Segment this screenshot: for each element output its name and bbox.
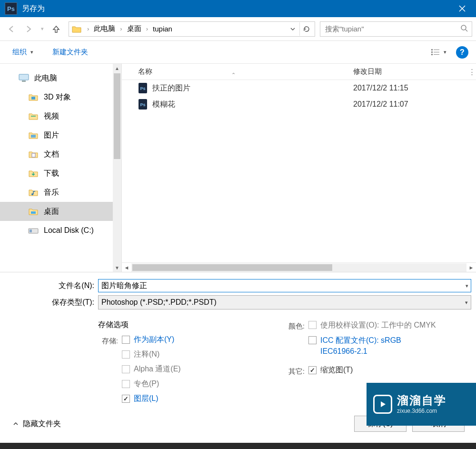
- chevron-right-icon: ›: [143, 25, 151, 32]
- sidebar-item-video[interactable]: 视频: [0, 107, 121, 126]
- help-button[interactable]: ?: [456, 46, 468, 59]
- chevron-down-icon: ▾: [465, 299, 468, 306]
- file-name: 扶正的图片: [152, 83, 350, 93]
- sidebar-item-desktop[interactable]: 桌面: [0, 202, 121, 221]
- checkbox-label: 专色(P): [134, 379, 159, 389]
- checkbox-as-copy[interactable]: 作为副本(Y): [122, 335, 181, 345]
- window-title: 另存为: [22, 4, 450, 14]
- filename-input[interactable]: [98, 279, 471, 292]
- folder-icon: [28, 150, 39, 159]
- sidebar-item-label: 此电脑: [34, 73, 57, 83]
- search-input[interactable]: [324, 24, 460, 33]
- svg-rect-7: [19, 74, 29, 80]
- svg-rect-5: [431, 54, 433, 55]
- scroll-thumb[interactable]: [114, 73, 120, 159]
- svg-point-0: [461, 25, 466, 30]
- filename-history-dropdown[interactable]: ▾: [466, 283, 468, 289]
- sidebar-item-documents[interactable]: 文档: [0, 145, 121, 164]
- path-dropdown[interactable]: [286, 22, 299, 36]
- checkbox-layers[interactable]: 图层(L): [122, 394, 181, 404]
- search-box[interactable]: [320, 21, 472, 37]
- folder-icon: [28, 188, 39, 197]
- forward-button[interactable]: [21, 21, 36, 37]
- filetype-label: 保存类型(T):: [5, 298, 98, 308]
- checkbox-label: 作为副本(Y): [134, 335, 174, 345]
- sidebar-item-pictures[interactable]: 图片: [0, 126, 121, 145]
- column-modified[interactable]: 修改日期: [350, 67, 476, 76]
- chevron-up-icon: [12, 420, 19, 427]
- chevron-right-icon: ›: [84, 25, 92, 32]
- search-icon: [460, 24, 468, 33]
- sidebar-item-label: 图片: [44, 130, 59, 140]
- new-folder-button[interactable]: 新建文件夹: [52, 48, 88, 57]
- breadcrumb[interactable]: › 此电脑 › 桌面 › tupian: [69, 21, 315, 37]
- back-button[interactable]: [4, 21, 19, 37]
- watermark-title: 溜溜自学: [397, 394, 446, 408]
- disk-icon: [28, 226, 39, 235]
- checkbox-label: 使用校样设置(O): 工作中的 CMYK: [320, 320, 436, 330]
- columns-overflow-icon[interactable]: ⋮: [467, 64, 476, 80]
- sidebar-item-label: 音乐: [44, 188, 59, 198]
- file-row[interactable]: Ps 模糊花 2017/12/2 11:07: [122, 96, 476, 112]
- sidebar-item-pc[interactable]: 此电脑: [0, 69, 121, 88]
- checkbox-notes: 注释(N): [122, 349, 181, 359]
- recent-dropdown[interactable]: ▾: [38, 21, 47, 37]
- sidebar-item-music[interactable]: 音乐: [0, 183, 121, 202]
- view-options-button[interactable]: ▾: [431, 49, 446, 56]
- svg-rect-14: [31, 211, 36, 214]
- svg-rect-11: [31, 135, 36, 138]
- horizontal-scrollbar[interactable]: ◄ ►: [122, 262, 476, 272]
- scroll-left-icon[interactable]: ◄: [122, 263, 131, 272]
- checkbox-alpha: Alpha 通道(E): [122, 364, 181, 374]
- checkbox-label: 缩览图(T): [320, 365, 353, 375]
- sidebar-item-downloads[interactable]: 下载: [0, 164, 121, 183]
- psd-file-icon: Ps: [136, 83, 149, 93]
- titlebar: Ps 另存为: [0, 0, 476, 17]
- filetype-select[interactable]: Photoshop (*.PSD;*.PDD;*.PSDT) ▾: [98, 295, 471, 309]
- organize-label: 组织: [12, 48, 27, 57]
- filetype-value: Photoshop (*.PSD;*.PDD;*.PSDT): [101, 298, 217, 307]
- scroll-up-icon[interactable]: ▲: [113, 64, 121, 72]
- folder-icon: [28, 169, 39, 178]
- file-list-header[interactable]: 名称 ⌃ 修改日期 ⋮: [122, 64, 476, 80]
- breadcrumb-item[interactable]: 此电脑: [92, 23, 117, 34]
- checkbox-label: Alpha 通道(E): [134, 364, 181, 374]
- hide-folders-toggle[interactable]: 隐藏文件夹: [12, 419, 61, 429]
- file-row[interactable]: Ps 扶正的图片 2017/12/2 11:15: [122, 80, 476, 96]
- psd-file-icon: Ps: [136, 99, 149, 110]
- refresh-button[interactable]: [299, 22, 313, 36]
- checkbox-spot: 专色(P): [122, 379, 181, 389]
- sidebar-scrollbar[interactable]: ▲ ▼: [113, 64, 121, 272]
- watermark-overlay: 溜溜自学 zixue.3d66.com: [367, 383, 476, 426]
- folder-icon: [28, 92, 39, 102]
- up-button[interactable]: [49, 21, 64, 37]
- nav-bar: ▾ › 此电脑 › 桌面 › tupian: [0, 17, 476, 41]
- folder-tree: 此电脑 3D 对象 视频 图片 文档: [0, 64, 121, 240]
- breadcrumb-item[interactable]: 桌面: [125, 23, 143, 34]
- organize-menu[interactable]: 组织 ▾: [12, 48, 33, 57]
- close-button[interactable]: [450, 0, 474, 17]
- breadcrumb-item[interactable]: tupian: [151, 24, 174, 34]
- checkbox-label: 图层(L): [134, 394, 159, 404]
- file-date: 2017/12/2 11:07: [350, 100, 476, 109]
- hide-folders-label: 隐藏文件夹: [23, 419, 61, 429]
- svg-rect-4: [434, 52, 439, 52]
- checkbox-icc[interactable]: ICC 配置文件(C): sRGB IEC61966-2.1: [308, 335, 437, 357]
- folder-icon: [28, 111, 39, 121]
- sidebar-item-3d[interactable]: 3D 对象: [0, 88, 121, 107]
- svg-rect-16: [30, 229, 32, 232]
- scroll-thumb[interactable]: [132, 264, 332, 271]
- sort-indicator-icon: ⌃: [231, 72, 236, 78]
- scroll-right-icon[interactable]: ►: [466, 263, 476, 272]
- sidebar: 此电脑 3D 对象 视频 图片 文档: [0, 64, 122, 272]
- sidebar-item-label: 视频: [44, 111, 59, 121]
- filename-label: 文件名(N):: [5, 281, 98, 291]
- column-name[interactable]: 名称 ⌃: [122, 67, 350, 76]
- svg-rect-1: [431, 49, 433, 50]
- other-label: 其它:: [285, 365, 308, 380]
- scroll-down-icon[interactable]: ▼: [113, 263, 121, 272]
- checkbox-proof: 使用校样设置(O): 工作中的 CMYK: [308, 320, 437, 330]
- sidebar-item-localdisk[interactable]: Local Disk (C:): [0, 221, 121, 240]
- checkbox-thumbnail[interactable]: 缩览图(T): [308, 365, 353, 375]
- folder-icon: [72, 25, 81, 33]
